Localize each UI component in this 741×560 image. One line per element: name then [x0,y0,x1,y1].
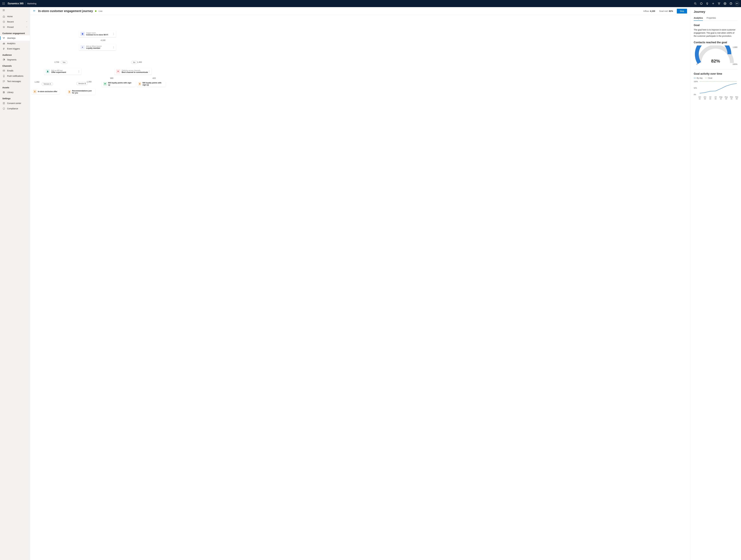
sidebar-item-pinned[interactable]: Pinned [0,24,30,30]
sidebar-item-label: Recent [7,20,26,23]
sidebar-item-push-notifications[interactable]: Push notifications [0,73,30,79]
sidebar-item-event-triggers[interactable]: Event triggers [0,46,30,51]
sidebar-item-label: Analytics [7,42,27,45]
activity-heading: Goal activity over time [694,72,737,75]
svg-rect-35 [82,33,83,35]
sidebar-item-segments[interactable]: Segments [0,57,30,62]
analytics-icon [2,42,5,45]
target-icon[interactable] [698,0,704,7]
hamburger-icon[interactable] [0,7,30,14]
sidebar-item-label: Segments [7,59,27,61]
sidebar-item-library[interactable]: Library [0,90,30,95]
opt-left-count: 980 [110,77,113,79]
version-a-pill: Version A [42,82,53,86]
flow-connectors [30,15,75,37]
offer-b-node[interactable]: Recommendations just for you [66,89,95,95]
offer-icon [138,82,141,86]
abtest-node[interactable]: Add an A/B test Offer experiment ⋮ [44,68,81,75]
stop-button[interactable]: Stop [677,9,687,13]
node-menu-icon[interactable]: ⋮ [113,46,115,49]
gauge-value: 82% [711,59,720,64]
sms-icon [2,80,5,83]
main-content: In-store customer engagement journey Liv… [30,7,690,560]
no-count: 1,400 [137,61,142,63]
version-b-count: 1,350 [87,81,91,83]
compliance-icon [2,107,5,110]
optimize-icon [116,69,120,73]
settings-icon[interactable] [722,0,728,7]
goal-met-metric: Goal met: 82% [659,10,673,12]
back-arrow-icon[interactable] [33,9,36,13]
journey-canvas[interactable]: Trigger event Connect to in-store Wi-Fi … [30,15,690,560]
node-menu-icon[interactable]: ⋮ [78,70,80,73]
branch-node[interactable]: Add an if/then branch Loyalty member ⋮ [79,44,116,51]
loyalty-node-right[interactable]: 500 loyalty points with sign-up [137,81,166,87]
yes-count: 2,700 [54,61,59,63]
inflow-metric: Inflow: 4,100 [643,10,655,12]
sidebar-section-title: Settings [0,95,30,100]
home-icon [2,15,5,18]
right-panel: Journey Analytics Properties Goal The go… [690,7,741,560]
sidebar-item-recent[interactable]: Recent [0,19,30,24]
sidebar-section-title: Audience [0,51,30,57]
lightbulb-icon[interactable] [704,0,710,7]
goal-description: The goal here is to improve in-store cus… [694,28,737,38]
pin-icon [2,26,5,28]
chat-icon [103,82,107,86]
svg-line-10 [696,4,696,5]
sidebar-item-label: Text messages [7,80,27,82]
svg-point-7 [3,4,4,5]
panel-title: Journey [694,10,737,13]
loyalty-node-left[interactable]: 500 loyalty points with sign-up [102,81,135,87]
offer-icon [33,90,37,93]
node-menu-icon[interactable]: ⋮ [148,70,150,73]
search-icon[interactable] [692,0,698,7]
status-text: Live [98,10,103,12]
trigger-count: 4,100 [100,39,106,41]
svg-point-6 [3,4,3,5]
sidebar-item-label: Consent center [7,102,27,104]
page-header: In-store customer engagement journey Liv… [30,7,690,15]
help-icon[interactable] [728,0,734,7]
trigger-node[interactable]: Trigger event Connect to in-store Wi-Fi … [79,31,116,37]
panel-tabs: Analytics Properties [694,16,737,21]
sidebar-item-emails[interactable]: Emails [0,68,30,73]
add-icon[interactable] [710,0,716,7]
topbar: Dynamics 365 Marketing MT [0,0,741,7]
svg-point-1 [3,3,4,3]
trigger-event-icon [80,32,85,36]
node-menu-icon[interactable]: ⋮ [113,32,115,36]
abtest-icon [46,69,50,73]
svg-point-22 [4,37,5,38]
opt-right-count: 420 [152,77,156,79]
sidebar-item-analytics[interactable]: Analytics [0,41,30,46]
svg-rect-24 [3,44,3,44]
sidebar-item-text-messages[interactable]: Text messages [0,79,30,84]
sidebar-item-journeys[interactable]: Journeys [0,36,30,41]
trigger-icon [2,47,5,50]
contacts-heading: Contacts reached the goal [694,41,737,44]
gauge-chart: 1,680 0 100% 82% [694,46,737,66]
sidebar-item-home[interactable]: Home [0,14,30,19]
yes-pill: Yes [61,61,67,64]
tab-properties[interactable]: Properties [706,16,716,20]
svg-rect-26 [4,43,5,44]
svg-point-8 [4,4,5,5]
svg-point-5 [4,3,5,4]
tab-analytics[interactable]: Analytics [694,16,703,20]
sidebar-item-label: Event triggers [7,48,27,50]
sidebar-item-compliance[interactable]: Compliance [0,106,30,111]
page-title: In-store customer engagement journey [38,9,93,13]
svg-point-0 [3,3,3,3]
version-b-pill: Version B [76,82,88,85]
app-launcher-icon[interactable] [2,2,5,5]
filter-icon[interactable] [716,0,722,7]
sidebar: Home Recent Pinned Customer engagement J… [0,7,30,560]
svg-rect-31 [3,91,4,93]
svg-rect-25 [4,43,4,44]
sidebar-item-label: Journeys [7,37,27,39]
sidebar-item-consent-center[interactable]: Consent center [0,100,30,106]
offer-a-node[interactable]: In-store exclusive offer [31,89,60,94]
optimize-node[interactable]: Optimize across channels Best channel to… [115,68,152,75]
user-avatar[interactable]: MT [735,1,739,6]
